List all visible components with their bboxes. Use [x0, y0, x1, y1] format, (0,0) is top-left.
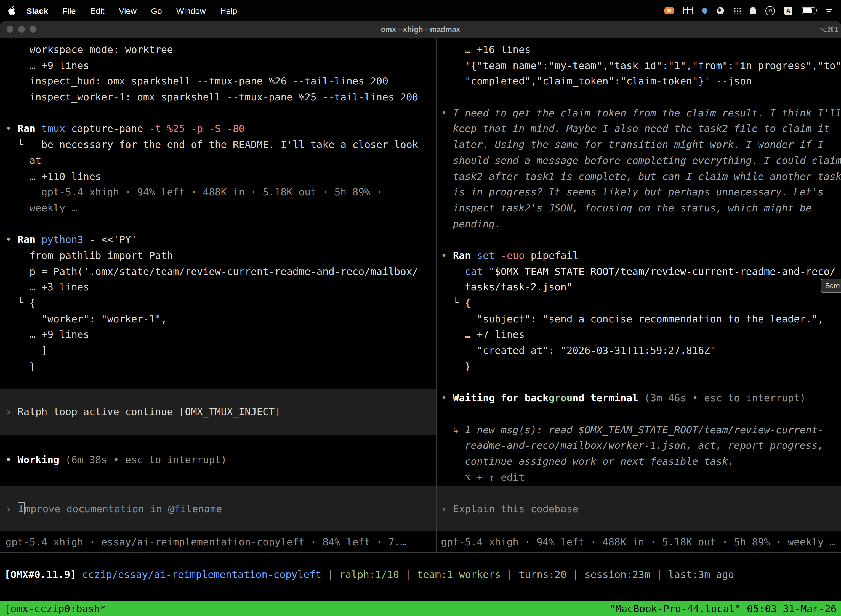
- terminal-line: }: [441, 359, 841, 374]
- left-pane[interactable]: workspace_mode: worktree … +9 lines insp…: [0, 38, 437, 552]
- input-placeholder: mprove documentation in @filename: [25, 503, 222, 514]
- terminal-line: [6, 106, 436, 121]
- terminal-line: "completed","claim_token":"claim-token"}…: [441, 74, 841, 89]
- terminal-line: … +110 lines: [6, 169, 436, 184]
- menu-view[interactable]: View: [119, 6, 136, 15]
- terminal-line: • Ran python3 - <<'PY': [6, 232, 436, 248]
- terminal-line: • I need to get the claim token from the…: [441, 106, 841, 121]
- window-title: omx --xhigh --madmax: [381, 25, 460, 34]
- left-pane-status: gpt-5.4 xhigh · essay/ai-reimplementatio…: [6, 536, 406, 547]
- terminal-line: at: [6, 153, 436, 169]
- desktop: Slack FileEditViewGoWindowHelp 61A omx -…: [0, 0, 841, 616]
- tmux-panes: workspace_mode: worktree … +9 lines insp…: [0, 38, 841, 552]
- minimize-button[interactable]: [18, 26, 25, 32]
- menubar-status-icons: 61A: [664, 6, 833, 15]
- terminal-line: should send a message before completing …: [441, 153, 841, 169]
- terminal-line: [441, 406, 841, 422]
- terminal-line: tasks/task-2.json": [441, 280, 841, 295]
- terminal-line: [6, 216, 436, 232]
- terminal-window: omx --xhigh --madmax ⌥⌘1 workspace_mode:…: [0, 21, 841, 616]
- terminal-line: ↳ 1 new msg(s): read $OMX_TEAM_STATE_ROO…: [441, 422, 841, 438]
- screen-recording-icon[interactable]: [664, 7, 674, 14]
- window-shortcut-hint: ⌥⌘1: [819, 25, 838, 34]
- left-pane-lines: workspace_mode: worktree … +9 lines insp…: [6, 42, 436, 374]
- terminal-line: '{"team_name":"my-team","task_id":"1","f…: [441, 58, 841, 73]
- terminal-line: inspect_hud: omx sparkshell --tmux-pane …: [6, 74, 436, 89]
- ghost-icon[interactable]: [750, 7, 756, 14]
- terminal-line: later. Using the same for transition mig…: [441, 137, 841, 153]
- left-prompt-input[interactable]: › Improve documentation in @filename: [0, 486, 436, 531]
- hud-line: [OMX#0.11.9] cczip/essay/ai-reimplementa…: [4, 567, 841, 582]
- terminal-line: "worker": "worker-1",: [6, 311, 436, 327]
- menu-file[interactable]: File: [62, 6, 76, 15]
- terminal-line: readme-and-reco/mailbox/worker-1.json, a…: [441, 438, 841, 453]
- tmux-host-time: "MacBook-Pro-44.local" 05:03 31-Mar-26: [609, 603, 837, 614]
- right-pane-status: gpt-5.4 xhigh · 94% left · 488K in · 5.1…: [441, 536, 836, 547]
- menu-help[interactable]: Help: [220, 6, 237, 15]
- right-prompt-input[interactable]: › Explain this codebase: [437, 486, 841, 531]
- titlebar[interactable]: omx --xhigh --madmax ⌥⌘1: [0, 21, 841, 38]
- terminal-line: continue assigned work or next feasible …: [441, 454, 841, 469]
- terminal-line: task2 after task1 is complete, but can I…: [441, 169, 841, 184]
- terminal-line: from pathlib import Path: [6, 248, 436, 264]
- terminal-line: keep that in mind. Maybe I also need the…: [441, 121, 841, 137]
- terminal-line: • Ran set -euo pipefail: [441, 248, 841, 264]
- window-controls: [7, 26, 37, 32]
- tmux-session-window: [omx-cczip0:bash*: [4, 603, 106, 614]
- terminal-line: └ be necessary for the end of the README…: [6, 137, 436, 153]
- terminal-line: • Waiting for background terminal (3m 46…: [441, 390, 841, 406]
- input-placeholder: Explain this codebase: [453, 503, 578, 514]
- terminal-line: inspect_worker-1: omx sparkshell --tmux-…: [6, 89, 436, 105]
- menubar: Slack FileEditViewGoWindowHelp 61A: [0, 0, 841, 21]
- ralph-line: › Ralph loop active continue [OMX_TMUX_I…: [6, 404, 281, 420]
- terminal-line: [441, 89, 841, 105]
- apple-icon[interactable]: [8, 6, 16, 15]
- close-button[interactable]: [7, 26, 13, 32]
- terminal-line: }: [6, 359, 436, 374]
- battery-icon[interactable]: [802, 7, 815, 14]
- text-cursor: I: [18, 502, 25, 515]
- terminal-line: └ {: [6, 295, 436, 311]
- menu-edit[interactable]: Edit: [90, 6, 105, 15]
- badge-61-icon[interactable]: 61: [765, 6, 775, 15]
- working-status-line: • Working (6m 38s • esc to interrupt): [6, 452, 227, 468]
- terminal-line: • Ran tmux capture-pane -t %25 -p -S -80: [6, 121, 436, 137]
- omx-hud: [OMX#0.11.9] cczip/essay/ai-reimplementa…: [0, 552, 841, 601]
- terminal-line: [441, 374, 841, 390]
- copilot-icon[interactable]: [717, 7, 724, 14]
- zoom-button[interactable]: [30, 26, 37, 32]
- terminal-line: gpt-5.4 xhigh · 94% left · 488K in · 5.1…: [6, 184, 436, 200]
- menubar-app-name[interactable]: Slack: [26, 6, 48, 15]
- menu-window[interactable]: Window: [176, 6, 206, 15]
- terminal-line: workspace_mode: worktree: [6, 42, 436, 58]
- menubar-menus: FileEditViewGoWindowHelp: [62, 6, 237, 15]
- grid-icon[interactable]: [683, 7, 693, 14]
- terminal-line: [441, 232, 841, 248]
- terminal-line: … +16 lines: [441, 42, 841, 58]
- terminal-line: inspect task2's JSON, focusing on the st…: [441, 200, 841, 216]
- terminal-line: pending.: [441, 216, 841, 232]
- terminal-line: cat "$OMX_TEAM_STATE_ROOT/team/review-cu…: [441, 264, 841, 279]
- terminal-line: └ {: [441, 295, 841, 311]
- terminal-line: … +9 lines: [6, 58, 436, 73]
- terminal-line: p = Path('.omx/state/team/review-current…: [6, 264, 436, 279]
- terminal-line: … +9 lines: [6, 327, 436, 343]
- ralph-injection-box: › Ralph loop active continue [OMX_TMUX_I…: [0, 389, 436, 435]
- terminal-line: ⌥ + ↑ edit: [441, 469, 841, 485]
- input-source-icon[interactable]: A: [784, 6, 793, 15]
- dots-grid-icon[interactable]: [733, 7, 741, 14]
- terminal-line: ]: [6, 343, 436, 358]
- prompt-chevron-icon: ›: [6, 503, 18, 514]
- terminal-line: "subject": "send a concise recommendatio…: [441, 311, 841, 327]
- terminal-line: … +7 lines: [441, 327, 841, 343]
- right-pane-lines: … +16 lines '{"team_name":"my-team","tas…: [441, 42, 841, 485]
- terminal-line: is in progress? It seems likely but perh…: [441, 184, 841, 200]
- wifi-icon[interactable]: [825, 7, 833, 14]
- drop-icon[interactable]: [701, 7, 709, 14]
- screen-tooltip: Scre: [821, 279, 841, 293]
- terminal-line: … +3 lines: [6, 280, 436, 295]
- tmux-status-bar: [omx-cczip0:bash* "MacBook-Pro-44.local"…: [0, 601, 841, 616]
- menu-go[interactable]: Go: [151, 6, 162, 15]
- terminal-line: "created_at": "2026-03-31T11:59:27.816Z": [441, 343, 841, 358]
- right-pane[interactable]: … +16 lines '{"team_name":"my-team","tas…: [437, 38, 841, 552]
